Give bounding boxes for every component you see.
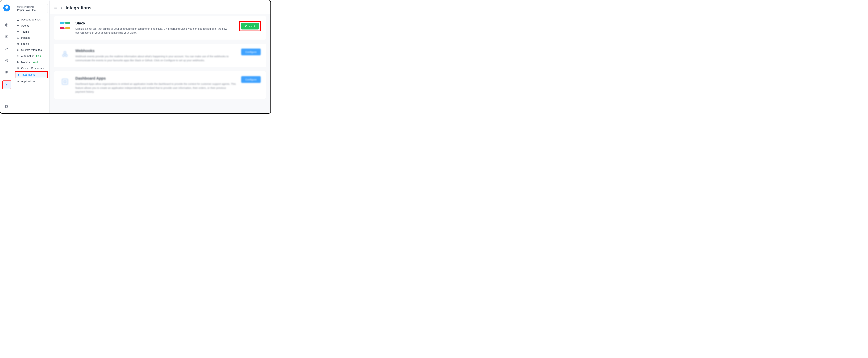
integration-description: Webhook events provide you the realtime … xyxy=(75,55,236,62)
sidebar-item-account-settings[interactable]: Account Settings xyxy=(15,17,48,23)
sidebar-item-automation[interactable]: Automation Beta xyxy=(15,53,48,59)
sidebar-item-label: Teams xyxy=(21,30,29,33)
integration-slack: Slack Slack is a chat tool that brings a… xyxy=(54,16,266,39)
webhooks-icon xyxy=(59,48,70,60)
automation-icon xyxy=(17,55,20,57)
briefcase-icon xyxy=(17,18,20,21)
sidebar-item-custom-attributes[interactable]: Custom Attributes xyxy=(15,47,48,53)
org-label: Currently viewing: xyxy=(17,6,45,8)
integration-title: Dashboard Apps xyxy=(75,76,236,80)
dashboard-apps-icon xyxy=(59,76,70,87)
svg-rect-6 xyxy=(17,19,19,21)
menu-icon[interactable] xyxy=(54,6,57,10)
inboxes-icon xyxy=(17,36,20,39)
svg-point-7 xyxy=(17,25,18,26)
integration-title: Webhooks xyxy=(75,48,236,53)
docs-icon[interactable] xyxy=(3,103,10,110)
sidebar-item-canned-responses[interactable]: Canned Responses xyxy=(15,65,48,71)
teams-icon xyxy=(17,30,20,33)
svg-point-12 xyxy=(18,43,18,44)
sidebar-item-label: Integrations xyxy=(22,73,35,76)
integration-description: Dashboard Apps allow organizations to em… xyxy=(75,82,236,94)
settings-sidebar: Currently viewing: Paper Layer Inc Accou… xyxy=(13,0,50,113)
beta-badge: Beta xyxy=(36,55,42,57)
agents-icon xyxy=(17,24,20,27)
integrations-icon xyxy=(17,73,20,76)
sidebar-item-integrations[interactable]: Integrations xyxy=(15,71,48,78)
reports-icon[interactable] xyxy=(3,45,10,52)
integration-webhooks: Webhooks Webhook events provide you the … xyxy=(54,44,266,67)
contacts-icon[interactable] xyxy=(3,33,10,40)
sidebar-item-label: Agents xyxy=(21,24,29,27)
app-logo[interactable] xyxy=(3,4,10,11)
settings-icon[interactable] xyxy=(2,80,11,89)
configure-button[interactable]: Configure xyxy=(241,76,261,83)
sidebar-item-label: Inboxes xyxy=(21,36,30,39)
labels-icon xyxy=(17,42,20,45)
main-panel: Integrations Slack Slack is a chat tool … xyxy=(50,0,271,113)
sidebar-item-labels[interactable]: Labels xyxy=(15,41,48,47)
sidebar-item-label: Applications xyxy=(21,80,35,83)
page-title: Integrations xyxy=(66,5,92,10)
org-name: Paper Layer Inc xyxy=(17,8,45,11)
bolt-icon xyxy=(60,6,63,10)
campaigns-icon[interactable] xyxy=(3,57,10,64)
beta-badge: Beta xyxy=(32,61,37,63)
svg-point-3 xyxy=(6,84,7,85)
slack-logo xyxy=(59,21,70,32)
sidebar-item-macros[interactable]: Macros Beta xyxy=(15,59,48,65)
sidebar-item-teams[interactable]: Teams xyxy=(15,29,48,35)
macros-icon xyxy=(17,61,20,63)
sidebar-item-label: Labels xyxy=(21,42,29,45)
svg-point-2 xyxy=(6,36,7,37)
sidebar-item-inboxes[interactable]: Inboxes xyxy=(15,35,48,41)
sidebar-item-agents[interactable]: Agents xyxy=(15,23,48,29)
sidebar-item-label: Macros xyxy=(21,61,30,63)
svg-rect-17 xyxy=(62,79,68,85)
configure-button[interactable]: Configure xyxy=(241,48,261,55)
svg-point-8 xyxy=(18,25,19,26)
integration-dashboard-apps: Dashboard Apps Dashboard Apps allow orga… xyxy=(54,71,266,99)
canned-responses-icon xyxy=(17,67,20,70)
connect-button[interactable]: Connect xyxy=(241,23,259,30)
page-header: Integrations xyxy=(50,0,271,14)
applications-icon xyxy=(17,80,20,83)
highlight-box: Connect xyxy=(239,21,261,31)
sidebar-item-label: Canned Responses xyxy=(21,67,44,70)
conversations-icon[interactable] xyxy=(3,22,10,28)
svg-point-9 xyxy=(18,31,19,31)
integration-description: Slack is a chat tool that brings all you… xyxy=(75,27,235,35)
library-icon[interactable] xyxy=(3,69,10,76)
nav-rail xyxy=(0,0,13,113)
svg-point-11 xyxy=(19,31,19,32)
integrations-list: Slack Slack is a chat tool that brings a… xyxy=(50,14,271,113)
integration-title: Slack xyxy=(75,21,235,26)
sidebar-item-applications[interactable]: Applications xyxy=(15,78,48,84)
org-selector[interactable]: Currently viewing: Paper Layer Inc xyxy=(15,4,48,13)
sidebar-item-label: Automation xyxy=(21,55,34,57)
sidebar-item-label: Account Settings xyxy=(21,18,41,21)
custom-attributes-icon xyxy=(17,48,20,51)
sidebar-item-label: Custom Attributes xyxy=(21,48,42,51)
svg-point-10 xyxy=(17,31,18,32)
